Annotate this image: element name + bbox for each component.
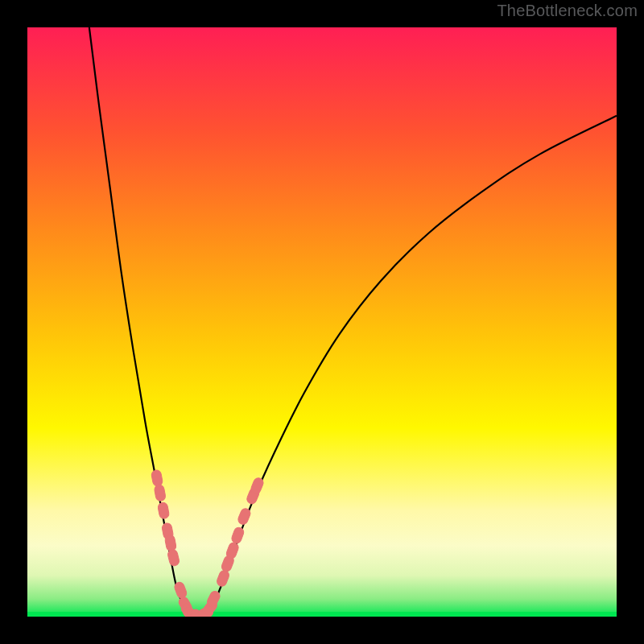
green-baseline-band	[27, 612, 617, 617]
watermark-text: TheBottleneck.com	[497, 2, 638, 20]
bottleneck-chart	[27, 27, 617, 617]
chart-frame: TheBottleneck.com	[0, 0, 644, 644]
gradient-background	[27, 27, 617, 617]
plot-area	[27, 27, 617, 617]
